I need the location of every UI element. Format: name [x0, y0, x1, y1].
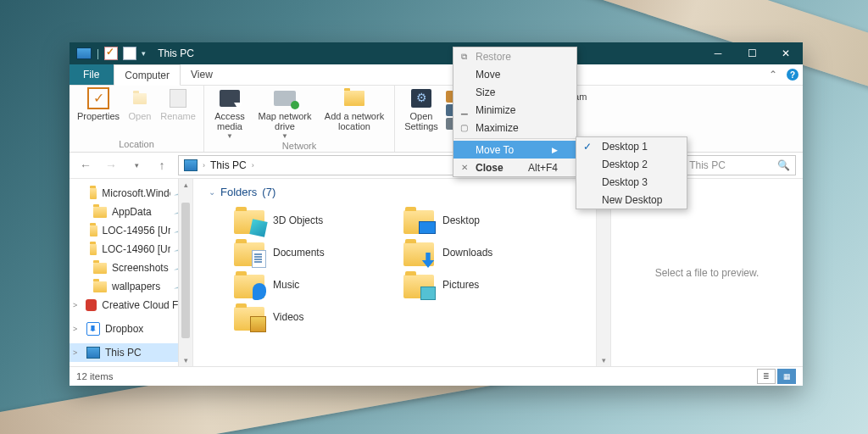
pc-icon [86, 347, 100, 359]
submenu-desktop-2[interactable]: Desktop 2 [576, 155, 687, 173]
submenu-desktop-3[interactable]: Desktop 3 [576, 173, 687, 191]
pc-icon [76, 47, 92, 59]
ribbon-group-network: Access media▼ Map network drive▼ Add a n… [204, 86, 395, 152]
address-bar-row: ← → ▾ ↑ › This PC › ⌄ ⟳ Search This PC 🔍 [70, 153, 803, 179]
expand-icon[interactable]: > [73, 325, 81, 333]
nav-item-label: Dropbox [105, 323, 143, 335]
chevron-down-icon: ⌄ [209, 187, 215, 197]
submenu-desktop-1[interactable]: ✓Desktop 1 [576, 137, 687, 155]
close-button[interactable]: ✕ [769, 42, 803, 64]
help-icon[interactable]: ? [782, 64, 803, 85]
open-button: Open [125, 87, 154, 121]
folder-icon [403, 207, 434, 234]
open-settings-button[interactable]: ⚙ Open Settings [402, 87, 441, 131]
tab-view[interactable]: View [181, 64, 224, 85]
minimize-icon: ▁ [459, 105, 470, 114]
folder-label: Music [273, 279, 299, 291]
folder-label: 3D Objects [273, 214, 323, 226]
pc-icon [184, 159, 198, 171]
nav-item-label: Screenshots [112, 262, 169, 274]
tab-file[interactable]: File [70, 64, 114, 85]
tab-computer[interactable]: Computer [114, 64, 181, 86]
nav-item-label: LOC-14960 [Urdu] Random [102, 243, 170, 255]
expand-icon[interactable]: > [73, 301, 81, 309]
nav-item[interactable]: LOC-14956 [Urdu] Account📌 [70, 221, 192, 240]
nav-item[interactable]: wallpapers📌 [70, 277, 192, 296]
folder-icon [93, 207, 107, 218]
system-menu-restore: ⧉Restore [453, 47, 576, 65]
title-bar[interactable]: | ▾ This PC ─ ☐ ✕ [70, 42, 803, 64]
expand-icon[interactable]: > [73, 348, 81, 357]
maximize-button[interactable]: ☐ [735, 42, 769, 64]
creative-cloud-icon [86, 299, 97, 311]
nav-scrollbar[interactable]: ▴▾ [178, 179, 192, 366]
nav-item-label: wallpapers [112, 281, 160, 292]
system-menu: ⧉Restore Move Size ▁Minimize ▢Maximize M… [453, 47, 577, 177]
system-menu-maximize[interactable]: ▢Maximize [453, 119, 576, 136]
nav-item[interactable]: LOC-14960 [Urdu] Random📌 [70, 240, 192, 259]
nav-item[interactable]: >Creative Cloud Files [70, 296, 192, 314]
access-media-button[interactable]: Access media▼ [211, 87, 248, 141]
navigation-pane[interactable]: Microsoft.WindowsTerminal📌AppData📌LOC-14… [70, 179, 193, 366]
folder-icon [234, 303, 264, 331]
nav-up-icon[interactable]: ↑ [153, 159, 171, 172]
system-menu-move[interactable]: Move [453, 65, 576, 83]
system-menu-move-to[interactable]: Move To▶ [453, 141, 576, 159]
properties-button[interactable]: ✓ Properties [76, 87, 120, 121]
folder-item[interactable]: Pictures [403, 271, 565, 298]
folder-label: Desktop [442, 214, 480, 226]
folder-item[interactable]: Desktop [403, 207, 565, 234]
window-title: This PC [153, 47, 194, 59]
minimize-button[interactable]: ─ [701, 42, 735, 64]
folder-item[interactable]: Downloads [403, 239, 565, 266]
submenu-arrow-icon: ▶ [552, 146, 558, 154]
close-icon: ✕ [459, 163, 470, 172]
nav-item[interactable]: >Dropbox [70, 320, 192, 338]
restore-icon: ⧉ [459, 52, 470, 62]
ribbon-tabs: File Computer View ⌃ ? [70, 64, 803, 86]
system-menu-minimize[interactable]: ▁Minimize [453, 101, 576, 119]
folders-section-header[interactable]: ⌄ Folders (7) [209, 186, 598, 198]
newfolder-qat-icon[interactable] [123, 47, 136, 60]
system-menu-size[interactable]: Size [453, 83, 576, 101]
submenu-new-desktop[interactable]: New Desktop [576, 191, 687, 209]
folder-icon [90, 188, 97, 199]
nav-item-label: Microsoft.WindowsTerminal [102, 187, 170, 199]
properties-qat-icon[interactable] [104, 47, 118, 60]
folder-item[interactable]: 3D Objects [234, 207, 395, 234]
quick-access-toolbar: | ▾ [70, 47, 153, 60]
ribbon: ✓ Properties Open Rename Location [70, 86, 803, 153]
folder-icon [93, 263, 107, 274]
folder-icon [234, 207, 264, 234]
folder-item[interactable]: Documents [234, 239, 395, 266]
folder-icon [403, 271, 434, 298]
view-details-button[interactable]: ≣ [757, 369, 776, 384]
dropbox-icon [86, 322, 100, 336]
nav-item[interactable]: Microsoft.WindowsTerminal📌 [70, 184, 192, 203]
folder-icon [234, 271, 264, 298]
folder-item[interactable]: Videos [234, 303, 395, 331]
nav-item[interactable]: Screenshots📌 [70, 259, 192, 277]
content-pane[interactable]: ⌄ Folders (7) 3D ObjectsDesktopDocuments… [193, 179, 610, 366]
maximize-icon: ▢ [459, 123, 470, 132]
nav-forward-icon: → [102, 159, 120, 172]
nav-back-icon[interactable]: ← [76, 159, 95, 172]
nav-item[interactable]: AppData📌 [70, 203, 192, 221]
add-network-location-button[interactable]: Add a network location [321, 87, 387, 131]
collapse-ribbon-icon[interactable]: ⌃ [764, 64, 782, 85]
folder-item[interactable]: Music [234, 271, 395, 298]
system-menu-close[interactable]: ✕CloseAlt+F4 [453, 159, 576, 176]
nav-recent-icon[interactable]: ▾ [127, 161, 146, 170]
folder-label: Videos [273, 311, 303, 323]
folder-label: Documents [273, 247, 325, 259]
nav-item[interactable]: >This PC [70, 343, 192, 362]
folder-icon [90, 244, 97, 255]
folder-label: Downloads [442, 247, 492, 259]
status-item-count: 12 items [76, 371, 113, 381]
view-large-icons-button[interactable]: ▦ [777, 369, 796, 384]
folder-label: Pictures [442, 279, 479, 291]
rename-button: Rename [159, 87, 197, 121]
map-network-drive-button[interactable]: Map network drive▼ [253, 87, 316, 141]
move-to-submenu: ✓Desktop 1 Desktop 2 Desktop 3 New Deskt… [576, 136, 687, 209]
folder-icon [403, 239, 434, 266]
